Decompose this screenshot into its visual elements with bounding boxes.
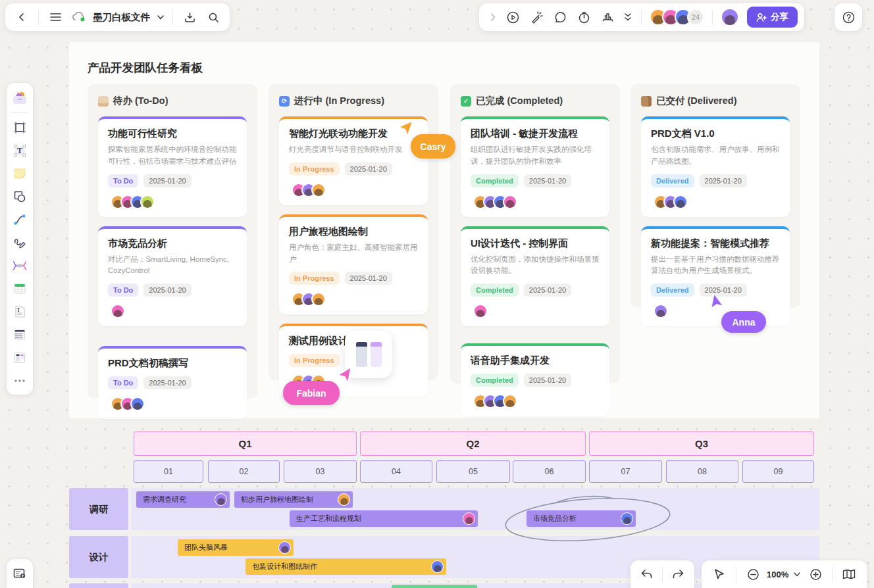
sticky-note-tool-button[interactable] — [9, 163, 30, 184]
kanban-column-todo[interactable]: 待办 (To-Do) 功能可行性研究 探索智能家居系统中的环境音控制功能可行性，… — [88, 84, 257, 399]
current-user-avatar[interactable] — [721, 8, 739, 26]
cloud-sync-icon — [68, 6, 90, 28]
assignee-avatar — [621, 512, 633, 525]
member-avatar — [503, 195, 517, 209]
gantt-month-08[interactable]: 08 — [666, 460, 738, 483]
help-button[interactable] — [837, 6, 860, 28]
gantt-row-label-design[interactable]: 设计 — [69, 536, 128, 578]
collaborator-avatars[interactable]: 24 — [650, 9, 704, 26]
gantt-bar[interactable]: 需求调查研究 — [136, 491, 230, 508]
task-card[interactable]: PRD文档初稿撰写 To Do2025-01-20 — [98, 346, 247, 419]
task-card[interactable]: 团队培训 - 敏捷开发流程 组织团队进行敏捷开发实践的强化培训，提升团队的协作和… — [461, 116, 609, 217]
outline-tool-button[interactable] — [9, 324, 30, 345]
gantt-quarter-q2[interactable]: Q2 — [360, 431, 586, 456]
shapes-tool-button[interactable] — [9, 186, 30, 207]
title-dropdown-chevron-icon[interactable] — [154, 6, 167, 28]
templates-button[interactable] — [9, 87, 30, 109]
pen-tool-button[interactable] — [9, 232, 30, 253]
card-avatars — [473, 394, 597, 408]
canvas[interactable]: 产品开发团队任务看板 待办 (To-Do) 功能可行性研究 探索智能家居系统中的… — [0, 0, 874, 588]
kanban-tool-button[interactable] — [9, 347, 30, 368]
gantt-bar[interactable]: 初步用户旅程地图绘制 — [234, 491, 353, 508]
gantt-month-04[interactable]: 04 — [360, 460, 432, 483]
gantt-row-track: 需求调查研究 初步用户旅程地图绘制 生产工艺和流程规划 市场竞品分析 — [131, 488, 819, 530]
gantt-month-06[interactable]: 06 — [513, 460, 586, 483]
zoom-in-button[interactable] — [804, 563, 827, 585]
status-badge: Delivered — [651, 174, 694, 187]
zoom-out-button[interactable] — [742, 563, 764, 585]
divider — [12, 112, 28, 113]
card-desc: 灯光亮度调节与语音控制联动开发 — [289, 144, 418, 156]
collapse-chevron-icon[interactable] — [486, 6, 500, 28]
status-badge: In Progress — [289, 162, 340, 176]
minimap-button[interactable] — [838, 563, 860, 585]
download-button[interactable] — [178, 6, 201, 28]
notes-panel — [7, 559, 33, 588]
table-tool-button[interactable] — [9, 278, 30, 299]
undo-button[interactable] — [636, 563, 658, 585]
pointer-tool-button[interactable] — [708, 563, 731, 585]
gantt-month-01[interactable]: 01 — [134, 460, 203, 483]
gantt-quarter-q1[interactable]: Q1 — [134, 431, 357, 456]
kanban-column-delivered[interactable]: 已交付 (Delivered) PRD文档 V1.0 包含初版功能需求、用户故事… — [630, 84, 800, 308]
zoom-level[interactable]: 100% — [767, 570, 788, 579]
gantt-bar[interactable] — [392, 585, 477, 588]
redo-button[interactable] — [667, 563, 689, 585]
share-label: 分享 — [771, 11, 788, 23]
gantt-month-09[interactable]: 09 — [742, 460, 814, 483]
task-card[interactable]: PRD文档 V1.0 包含初版功能需求、用户故事、用例和产品路线图。 Deliv… — [641, 116, 790, 217]
timer-button[interactable] — [573, 6, 595, 28]
task-card[interactable]: 功能可行性研究 探索智能家居系统中的环境音控制功能可行性，包括市场需求与技术难点… — [98, 116, 247, 217]
task-card[interactable]: 用户旅程地图绘制 用户角色：家庭主妇、高频智能家居用户 In Progress2… — [279, 214, 428, 315]
document-title[interactable]: 墨刀白板文件 — [93, 11, 150, 24]
task-card[interactable]: UI设计迭代 - 控制界面 优化控制页面，添加快捷操作和场景预设切换功能。 Co… — [461, 226, 609, 327]
gantt-row-label-partial[interactable] — [69, 583, 128, 588]
chart-button[interactable] — [596, 6, 619, 28]
person-add-icon — [756, 12, 767, 22]
card-avatars — [654, 195, 777, 209]
card-avatars — [111, 397, 234, 411]
mindmap-tool-button[interactable] — [9, 255, 30, 276]
laser-pointer-button[interactable] — [525, 6, 548, 28]
gantt-month-07[interactable]: 07 — [589, 460, 662, 483]
menu-button[interactable] — [44, 6, 66, 28]
board-notes-button[interactable] — [9, 562, 31, 585]
more-tools-chevrons-icon[interactable] — [620, 6, 636, 28]
card-title: PRD文档 V1.0 — [651, 128, 780, 140]
present-button[interactable] — [501, 6, 524, 28]
frame-tool-button[interactable] — [9, 117, 30, 138]
gantt-row-label-research[interactable]: 调研 — [69, 488, 128, 530]
gantt-bar[interactable]: 包装设计和图纸制作 — [245, 558, 446, 575]
gantt-bar[interactable]: 团队头脑风暴 — [178, 539, 294, 556]
more-tools-button[interactable] — [9, 370, 30, 391]
board-title: 产品开发团队任务看板 — [88, 60, 203, 76]
task-card[interactable]: 语音助手集成开发 Completed2025-01-20 — [461, 343, 609, 416]
kanban-column-completed[interactable]: ✓ 已完成 (Completed) 团队培训 - 敏捷开发流程 组织团队进行敏捷… — [450, 84, 620, 383]
gantt-month-03[interactable]: 03 — [284, 460, 357, 483]
connector-tool-button[interactable] — [9, 209, 30, 230]
back-button[interactable] — [11, 6, 33, 28]
gantt-bar-label: 需求调查研究 — [143, 495, 186, 504]
comment-button[interactable] — [549, 6, 571, 28]
document-tool-button[interactable]: T — [9, 301, 30, 322]
card-title: PRD文档初稿撰写 — [108, 357, 237, 370]
gantt-month-02[interactable]: 02 — [208, 460, 280, 483]
column-label: 进行中 (In Progress) — [294, 95, 384, 107]
share-button[interactable]: 分享 — [747, 7, 798, 28]
date-badge: 2025-01-20 — [345, 162, 392, 176]
gantt-month-05[interactable]: 05 — [436, 460, 510, 483]
text-tool-button[interactable]: T — [9, 140, 30, 161]
gantt-bar[interactable]: 生产工艺和流程规划 — [290, 510, 478, 527]
gantt-bar[interactable]: 市场竞品分析 — [527, 510, 636, 527]
task-card[interactable]: 市场竞品分析 对比产品：SmartLiving, HomeSync, CozyC… — [98, 226, 247, 327]
date-badge: 2025-01-20 — [524, 283, 571, 297]
search-button[interactable] — [202, 6, 224, 28]
fabian-cursor-label: Fabian — [283, 381, 340, 405]
collaborator-count-badge[interactable]: 24 — [687, 9, 704, 26]
card-avatars — [292, 292, 415, 306]
member-avatar — [311, 292, 326, 306]
zoom-dropdown-chevron-icon[interactable] — [791, 563, 803, 585]
gantt-quarter-q3[interactable]: Q3 — [589, 431, 814, 456]
card-title: 用户旅程地图绘制 — [289, 226, 418, 238]
member-avatar — [140, 195, 155, 209]
